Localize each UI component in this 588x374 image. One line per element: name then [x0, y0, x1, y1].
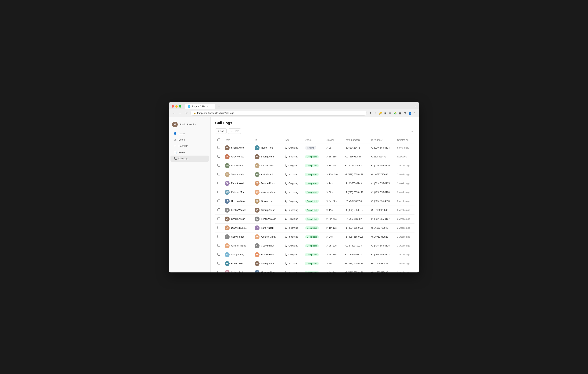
status-badge: Completed — [305, 235, 319, 238]
close-button[interactable] — [172, 105, 174, 108]
duration-value: 14s — [329, 182, 333, 185]
row-checkbox[interactable] — [218, 217, 220, 220]
extension-icon-3[interactable]: 🛡 — [388, 111, 392, 115]
browser-toolbar: ← → ↻ 🔒 frappecrm.frappe.cloud/crm/call-… — [169, 109, 419, 117]
duration-cell: ⏱ 36s — [326, 191, 340, 194]
forward-button[interactable]: → — [178, 111, 183, 115]
tab-close-button[interactable]: ✕ — [207, 105, 208, 108]
row-checkbox[interactable] — [218, 164, 220, 167]
to-avatar: FA — [255, 225, 260, 230]
row-checkbox[interactable] — [218, 226, 220, 229]
from-name: Shariq Ansari — [231, 147, 245, 149]
duration-value: 0s — [329, 147, 331, 149]
created-on: 2 weeks ago — [395, 188, 414, 197]
sidebar-item-label: Deals — [178, 138, 185, 141]
sidebar-item-notes[interactable]: 📄 Notes — [170, 149, 209, 155]
refresh-button[interactable]: ↻ — [185, 111, 189, 115]
status-badge: Completed — [305, 271, 319, 272]
extension-icon-2[interactable]: ◉ — [383, 111, 387, 115]
to-avatar: DL — [255, 199, 260, 204]
minimize-button[interactable] — [175, 105, 178, 108]
from-cell: DR Dianne Russ... — [225, 225, 250, 230]
select-all-checkbox[interactable] — [218, 139, 220, 141]
sidebar-user[interactable]: SA Shariq Ansari ▾ — [169, 120, 210, 130]
active-tab[interactable]: 🌐 Frappe CRM ✕ — [185, 104, 215, 109]
row-checkbox[interactable] — [218, 155, 220, 158]
split-view-icon[interactable]: ⊞ — [403, 111, 407, 115]
extension-icon-1[interactable]: 🔑 — [378, 111, 382, 115]
from-cell: FA Faris Ansari — [225, 181, 250, 186]
status-badge: Completed — [305, 244, 319, 247]
created-on: 8 hours ago — [395, 143, 414, 152]
duration-cell: ⏱ 11s — [326, 209, 340, 212]
call-type: Outgoing — [289, 147, 298, 149]
row-checkbox[interactable] — [218, 253, 220, 256]
to-avatar: K — [255, 216, 260, 222]
to-name: Savannah N... — [261, 164, 276, 167]
sidebar-item-leads[interactable]: 👤 Leads — [170, 130, 209, 137]
back-button[interactable]: ← — [172, 111, 176, 115]
row-checkbox[interactable] — [218, 271, 220, 272]
page-title: Call Logs — [215, 121, 232, 125]
row-checkbox[interactable] — [218, 191, 220, 193]
col-type: Type — [282, 137, 303, 143]
created-on: 2 weeks ago — [395, 241, 414, 250]
sort-button[interactable]: ≡ Sort — [215, 128, 227, 134]
col-to: To — [252, 137, 282, 143]
row-checkbox[interactable] — [218, 200, 220, 202]
table-row: SA Shariq Ansari K Kristin Watson 📞 Outg… — [215, 214, 414, 223]
bookmark-icon[interactable]: ☆ — [374, 111, 377, 115]
status-badge: Ringing — [305, 146, 316, 150]
created-on: 2 weeks ago — [395, 170, 414, 179]
table-row: SS Suraj Shetty RR Ronald Rich... 📞 Outg… — [215, 250, 414, 259]
row-checkbox[interactable] — [218, 182, 220, 184]
table-row: FA Faris Ansari DR Dianne Russ... 📞 Outg… — [215, 179, 414, 188]
from-number: +91 6732745664 — [342, 161, 369, 170]
row-checkbox[interactable] — [218, 173, 220, 175]
to-number: +1 (629) 555-0129 — [369, 161, 395, 170]
row-checkbox[interactable] — [218, 262, 220, 265]
new-tab-button[interactable]: + — [217, 104, 222, 109]
from-cell: K Kristin Watson — [225, 208, 250, 213]
filter-button[interactable]: ⚌ Filter — [228, 128, 241, 134]
type-cell: 📞 Incoming — [284, 155, 300, 158]
to-avatar: AM — [255, 234, 260, 239]
from-cell: SA Shariq Ansari — [225, 216, 250, 222]
sidebar-toggle[interactable]: ▣ — [398, 111, 402, 115]
lock-icon: 🔒 — [193, 112, 196, 114]
table-row: C Cody Fisher AM Ankush Menat 📞 Incoming… — [215, 232, 414, 241]
profile-icon[interactable]: 👤 — [408, 111, 411, 115]
row-checkbox[interactable] — [218, 146, 220, 149]
duration-value: 3m 38s — [329, 155, 337, 158]
address-bar[interactable]: 🔒 frappecrm.frappe.cloud/crm/call-logs — [190, 111, 367, 116]
to-avatar: RR — [255, 252, 260, 257]
maximize-button[interactable] — [179, 105, 181, 108]
more-options-button[interactable]: ⋯ — [408, 128, 414, 134]
extensions-icon[interactable]: 🧩 — [393, 111, 397, 115]
from-cell: HN Hussain Nag... — [225, 199, 250, 204]
duration-cell: ⏱ 2m 22s — [326, 245, 340, 247]
sidebar-item-label: Call Logs — [178, 157, 189, 160]
to-avatar: AM — [255, 172, 260, 177]
row-checkbox[interactable] — [218, 208, 220, 211]
from-cell: C Cody Fisher — [225, 234, 250, 239]
status-badge: Completed — [305, 155, 319, 158]
share-icon[interactable]: ⬆ — [369, 111, 372, 115]
sidebar-item-deals[interactable]: ◇ Deals — [170, 137, 209, 143]
row-checkbox[interactable] — [218, 244, 220, 247]
sidebar-item-call-logs[interactable]: 📞 Call Logs — [170, 156, 209, 162]
created-on: 2 weeks ago — [395, 161, 414, 170]
filter-icon: ⚌ — [231, 130, 233, 132]
to-number: +91 6732745664 — [369, 170, 395, 179]
phone-icon: 📞 — [284, 262, 287, 265]
sidebar-item-contacts[interactable]: ☐ Contacts — [170, 143, 209, 149]
to-number: +91 4562587690 — [369, 268, 395, 272]
row-checkbox[interactable] — [218, 235, 220, 238]
created-on: 2 weeks ago — [395, 259, 414, 268]
status-badge: Completed — [305, 217, 319, 221]
sidebar-navigation: 👤 Leads ◇ Deals ☐ Contacts 📄 Notes 📞 — [169, 130, 210, 162]
menu-icon[interactable]: ⋮ — [413, 111, 416, 115]
clock-icon: ⏱ — [326, 164, 328, 167]
phone-icon: 📞 — [284, 173, 287, 176]
type-cell: 📞 Outgoing — [284, 164, 300, 167]
